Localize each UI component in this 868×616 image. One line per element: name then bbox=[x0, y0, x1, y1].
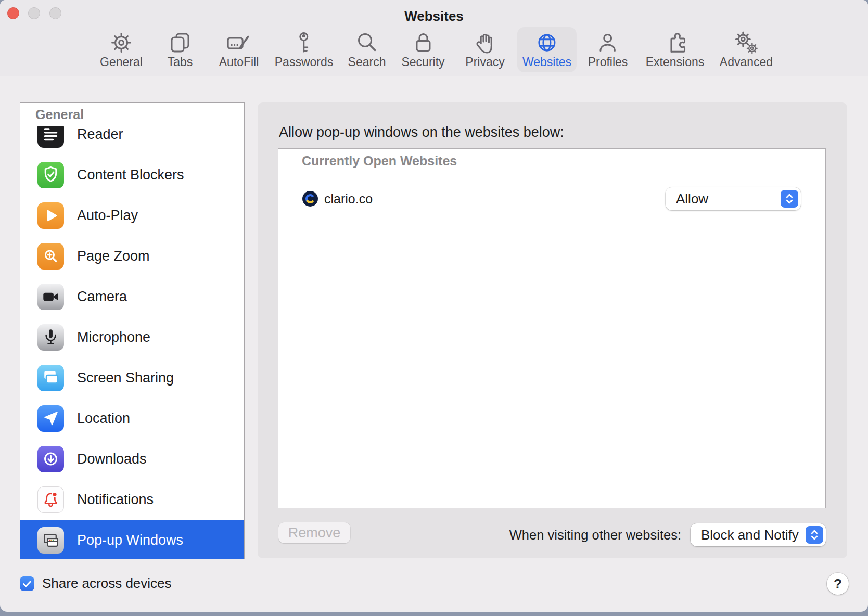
screens-icon bbox=[37, 365, 64, 391]
sidebar-item-camera[interactable]: Camera bbox=[20, 276, 244, 317]
autofill-icon bbox=[225, 29, 252, 56]
sidebar-item-reader[interactable]: Reader bbox=[20, 126, 244, 155]
hand-icon bbox=[471, 29, 499, 56]
toolbar-tab-privacy[interactable]: Privacy bbox=[460, 27, 509, 72]
globe-icon bbox=[533, 29, 560, 56]
website-row: clario.co Allow bbox=[278, 186, 825, 212]
panel-heading: Allow pop-up windows on the websites bel… bbox=[279, 124, 564, 140]
sidebar-item-microphone[interactable]: Microphone bbox=[20, 317, 244, 357]
gears-icon bbox=[733, 29, 760, 56]
magnifier-plus-icon bbox=[37, 243, 64, 270]
lock-icon bbox=[410, 29, 437, 56]
websites-list: Currently Open Websites clario.co Allow bbox=[278, 148, 826, 508]
sidebar-item-popup-windows[interactable]: Pop-up Windows bbox=[20, 520, 244, 559]
default-policy-dropdown[interactable]: Block and Notify bbox=[691, 523, 826, 546]
tabs-icon bbox=[167, 29, 194, 56]
updown-chevrons-icon bbox=[806, 526, 823, 544]
safari-preferences-window: Websites General Tabs AutoFill Passwords bbox=[0, 0, 868, 612]
gear-icon bbox=[108, 29, 135, 56]
checkbox-checked-icon[interactable] bbox=[20, 576, 34, 591]
sidebar-list: Reader Content Blockers Auto-Play Page Z… bbox=[20, 126, 244, 559]
default-policy-row: When visiting other websites: Block and … bbox=[509, 523, 826, 546]
key-icon bbox=[290, 29, 317, 56]
toolbar-tab-search[interactable]: Search bbox=[343, 27, 391, 72]
default-policy-label: When visiting other websites: bbox=[509, 528, 681, 543]
toolbar-tab-websites[interactable]: Websites bbox=[517, 27, 577, 72]
sidebar-item-auto-play[interactable]: Auto-Play bbox=[20, 195, 244, 236]
toolbar-tab-tabs[interactable]: Tabs bbox=[161, 27, 199, 72]
toolbar-tab-advanced[interactable]: Advanced bbox=[714, 27, 778, 72]
toolbar-tab-general[interactable]: General bbox=[95, 27, 148, 72]
video-camera-icon bbox=[37, 284, 64, 310]
permission-dropdown[interactable]: Allow bbox=[666, 187, 801, 210]
shield-check-icon bbox=[37, 162, 64, 188]
list-section-header: Currently Open Websites bbox=[278, 149, 825, 173]
website-name: clario.co bbox=[324, 191, 373, 207]
share-across-devices-checkbox[interactable]: Share across devices bbox=[20, 575, 172, 592]
reader-icon bbox=[37, 126, 64, 148]
play-icon bbox=[37, 202, 64, 229]
toolbar: Websites General Tabs AutoFill Passwords bbox=[0, 0, 868, 76]
sidebar-item-location[interactable]: Location bbox=[20, 398, 244, 439]
clario-favicon bbox=[302, 190, 318, 207]
bell-badge-icon bbox=[37, 486, 64, 513]
toolbar-tab-security[interactable]: Security bbox=[396, 27, 450, 72]
sidebar-item-content-blockers[interactable]: Content Blockers bbox=[20, 155, 244, 195]
microphone-icon bbox=[37, 324, 64, 351]
toolbar-tab-extensions[interactable]: Extensions bbox=[641, 27, 710, 72]
remove-button[interactable]: Remove bbox=[278, 522, 350, 543]
desktop-backdrop: Websites General Tabs AutoFill Passwords bbox=[0, 0, 868, 616]
window-title: Websites bbox=[0, 8, 868, 24]
updown-chevrons-icon bbox=[781, 190, 798, 208]
toolbar-tab-passwords[interactable]: Passwords bbox=[270, 27, 338, 72]
magnifier-icon bbox=[353, 29, 380, 56]
help-button[interactable]: ? bbox=[827, 573, 849, 595]
sidebar-item-screen-sharing[interactable]: Screen Sharing bbox=[20, 357, 244, 398]
popup-settings-panel: Allow pop-up windows on the websites bel… bbox=[258, 102, 847, 558]
toolbar-tab-profiles[interactable]: Profiles bbox=[583, 27, 633, 72]
sidebar: General Reader Content Blockers Auto-Pla… bbox=[20, 102, 245, 559]
sidebar-section-header: General bbox=[20, 103, 244, 126]
toolbar-tab-autofill[interactable]: AutoFill bbox=[214, 27, 264, 72]
sidebar-item-notifications[interactable]: Notifications bbox=[20, 479, 244, 520]
person-icon bbox=[594, 29, 621, 56]
navigation-arrow-icon bbox=[37, 405, 64, 432]
puzzle-icon bbox=[661, 29, 688, 56]
sidebar-item-downloads[interactable]: Downloads bbox=[20, 439, 244, 479]
sidebar-item-page-zoom[interactable]: Page Zoom bbox=[20, 236, 244, 276]
download-circle-icon bbox=[37, 446, 64, 472]
popup-windows-icon bbox=[37, 527, 64, 554]
